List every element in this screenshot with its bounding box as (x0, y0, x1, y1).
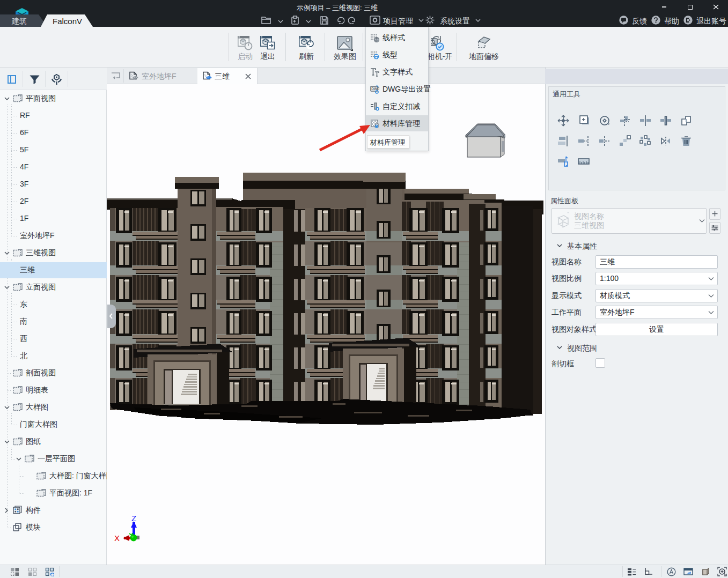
svg-text:X: X (114, 533, 120, 543)
svg-text:DWG: DWG (371, 87, 379, 91)
